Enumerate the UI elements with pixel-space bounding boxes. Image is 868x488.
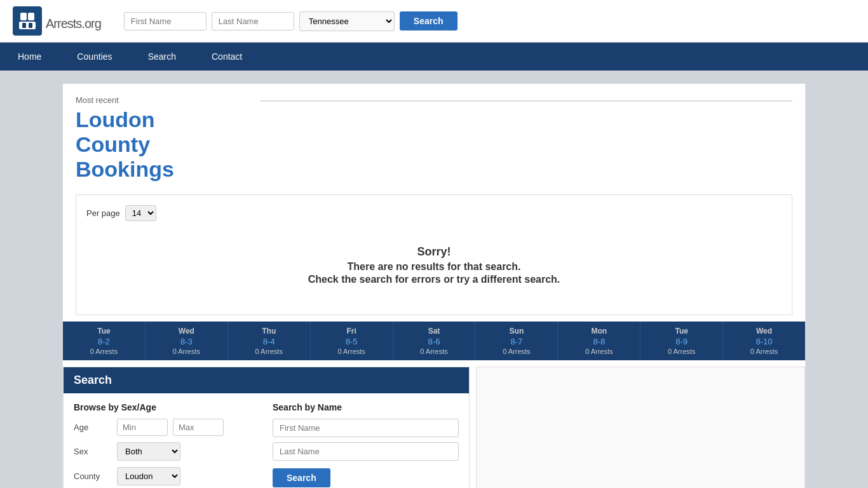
header-search-form: Tennessee Alabama Georgia Kentucky Virgi… xyxy=(124,11,458,31)
date-day-8: Wed xyxy=(726,327,803,336)
logo[interactable]: Arrests.org xyxy=(13,6,101,36)
search-last-name-input[interactable] xyxy=(273,442,459,461)
svg-rect-4 xyxy=(29,23,32,28)
header-state-select[interactable]: Tennessee Alabama Georgia Kentucky Virgi… xyxy=(299,11,395,31)
date-arrests-1: 0 Arrests xyxy=(148,348,225,355)
no-results-message: Sorry! There are no results for that sea… xyxy=(86,233,782,304)
right-panel xyxy=(476,367,805,488)
browse-sex-age-title: Browse by Sex/Age xyxy=(74,402,260,412)
date-col-3[interactable]: Fri 8-5 0 Arrests xyxy=(311,322,393,360)
most-recent-label: Most recent xyxy=(76,95,247,105)
date-arrests-3: 0 Arrests xyxy=(313,348,390,355)
date-num-6[interactable]: 8-8 xyxy=(560,337,637,346)
date-col-2[interactable]: Thu 8-4 0 Arrests xyxy=(228,322,311,360)
county-label: County xyxy=(74,471,112,481)
search-submit-button[interactable]: Search xyxy=(273,468,330,487)
county-select[interactable]: Loudon xyxy=(117,467,180,485)
date-arrests-7: 0 Arrests xyxy=(643,348,720,355)
bottom-section: Search Browse by Sex/Age Age Sex xyxy=(63,367,805,488)
header-first-name-input[interactable] xyxy=(124,12,207,30)
logo-text: Arrests.org xyxy=(46,10,101,33)
browse-sex-age-col: Browse by Sex/Age Age Sex Both Male Fema xyxy=(74,402,260,488)
search-panel-body: Browse by Sex/Age Age Sex Both Male Fema xyxy=(64,393,469,488)
sex-select[interactable]: Both Male Female xyxy=(117,442,180,461)
no-results-suggestion: Check the search for errors or try a dif… xyxy=(86,274,782,285)
header-last-name-input[interactable] xyxy=(212,12,294,30)
date-col-8[interactable]: Wed 8-10 0 Arrests xyxy=(723,322,805,360)
svg-rect-0 xyxy=(20,13,27,20)
sex-row: Sex Both Male Female xyxy=(74,442,260,461)
date-day-1: Wed xyxy=(148,327,225,336)
date-col-5[interactable]: Sun 8-7 0 Arrests xyxy=(475,322,558,360)
date-num-4[interactable]: 8-6 xyxy=(396,337,473,346)
date-day-4: Sat xyxy=(396,327,473,336)
svg-rect-3 xyxy=(22,23,26,28)
date-num-0[interactable]: 8-2 xyxy=(65,337,142,346)
search-first-name-input[interactable] xyxy=(273,419,459,437)
county-title: Loudon County Bookings xyxy=(76,107,247,182)
results-area: Per page 14 25 50 Sorry! There are no re… xyxy=(76,194,792,315)
logo-icon xyxy=(13,6,42,36)
age-label: Age xyxy=(74,423,112,432)
sex-label: Sex xyxy=(74,447,112,456)
date-num-1[interactable]: 8-3 xyxy=(148,337,225,346)
header-search-button[interactable]: Search xyxy=(400,11,458,30)
page-card: Most recent Loudon County Bookings Per p… xyxy=(62,83,806,488)
date-arrests-5: 0 Arrests xyxy=(478,348,555,355)
search-by-name-col: Search by Name Search xyxy=(273,402,459,488)
main-nav: Home Counties Search Contact xyxy=(0,43,868,71)
date-arrests-6: 0 Arrests xyxy=(560,348,637,355)
title-left: Most recent Loudon County Bookings xyxy=(76,95,247,182)
date-arrests-8: 0 Arrests xyxy=(726,348,803,355)
per-page-select[interactable]: 14 25 50 xyxy=(125,205,156,221)
title-right xyxy=(260,95,792,182)
svg-rect-1 xyxy=(28,13,34,20)
title-divider xyxy=(260,100,792,102)
no-results-sorry: Sorry! xyxy=(86,245,782,259)
date-arrests-2: 0 Arrests xyxy=(231,348,308,355)
date-arrests-4: 0 Arrests xyxy=(396,348,473,355)
date-num-8[interactable]: 8-10 xyxy=(726,337,803,346)
date-day-2: Thu xyxy=(231,327,308,336)
nav-search[interactable]: Search xyxy=(130,43,194,71)
site-header: Arrests.org Tennessee Alabama Georgia Ke… xyxy=(0,0,868,43)
date-col-6[interactable]: Mon 8-8 0 Arrests xyxy=(558,322,641,360)
date-num-7[interactable]: 8-9 xyxy=(643,337,720,346)
nav-contact[interactable]: Contact xyxy=(194,43,260,71)
svg-rect-2 xyxy=(19,22,36,29)
date-day-7: Tue xyxy=(643,327,720,336)
search-panel: Search Browse by Sex/Age Age Sex xyxy=(63,367,470,488)
search-panel-header: Search xyxy=(64,367,469,393)
date-nav: Tue 8-2 0 Arrests Wed 8-3 0 Arrests Thu … xyxy=(63,322,805,360)
nav-home[interactable]: Home xyxy=(0,43,59,71)
title-area: Most recent Loudon County Bookings xyxy=(63,84,805,188)
age-max-input[interactable] xyxy=(173,419,224,436)
search-by-name-title: Search by Name xyxy=(273,402,459,412)
date-num-5[interactable]: 8-7 xyxy=(478,337,555,346)
date-day-0: Tue xyxy=(65,327,142,336)
age-row: Age xyxy=(74,419,260,436)
date-arrests-0: 0 Arrests xyxy=(65,348,142,355)
nav-counties[interactable]: Counties xyxy=(59,43,130,71)
date-day-3: Fri xyxy=(313,327,390,336)
date-num-3[interactable]: 8-5 xyxy=(313,337,390,346)
main-content: Most recent Loudon County Bookings Per p… xyxy=(56,71,812,488)
age-min-input[interactable] xyxy=(117,419,168,436)
date-day-6: Mon xyxy=(560,327,637,336)
county-row: County Loudon xyxy=(74,467,260,485)
date-num-2[interactable]: 8-4 xyxy=(231,337,308,346)
no-results-detail: There are no results for that search. xyxy=(86,261,782,273)
date-col-0[interactable]: Tue 8-2 0 Arrests xyxy=(63,322,146,360)
date-col-7[interactable]: Tue 8-9 0 Arrests xyxy=(641,322,723,360)
date-col-4[interactable]: Sat 8-6 0 Arrests xyxy=(393,322,476,360)
date-day-5: Sun xyxy=(478,327,555,336)
per-page-row: Per page 14 25 50 xyxy=(86,205,782,221)
date-col-1[interactable]: Wed 8-3 0 Arrests xyxy=(146,322,228,360)
per-page-label: Per page xyxy=(86,208,120,218)
